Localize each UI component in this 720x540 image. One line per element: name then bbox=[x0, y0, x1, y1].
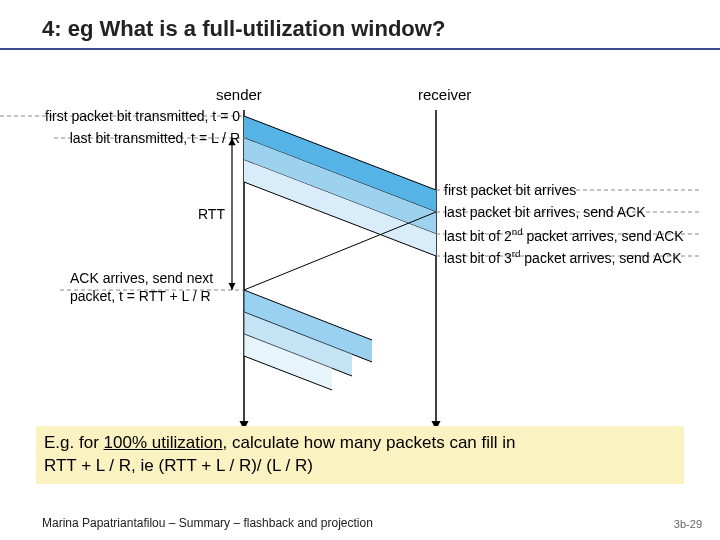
evt-first-bit-rx: first packet bit arrives bbox=[444, 182, 576, 200]
evt-ack-arrives: ACK arrives, send nextpacket, t = RTT + … bbox=[70, 270, 240, 305]
example-box: E.g. for 100% utilization, calculate how… bbox=[36, 426, 684, 484]
slide-title: 4: eg What is a full-utilization window? bbox=[42, 16, 445, 42]
evt-2nd-ack: last bit of 2nd packet arrives, send ACK bbox=[444, 226, 684, 245]
page-number: 3b-29 bbox=[674, 518, 702, 530]
ack-line bbox=[244, 212, 436, 290]
rtt-label: RTT bbox=[198, 206, 225, 222]
evt-last-bit-tx: last bit transmitted, t = L / R bbox=[70, 130, 240, 148]
evt-last-bit-rx: last packet bit arrives, send ACK bbox=[444, 204, 646, 222]
footer-credit: Marina Papatriantafilou – Summary – flas… bbox=[42, 516, 373, 530]
timing-diagram: sender receiver bbox=[0, 70, 720, 440]
title-underline bbox=[0, 48, 720, 50]
evt-first-bit-tx: first packet bit transmitted, t = 0 bbox=[45, 108, 240, 126]
evt-3rd-ack: last bit of 3rd packet arrives, send ACK bbox=[444, 248, 682, 267]
